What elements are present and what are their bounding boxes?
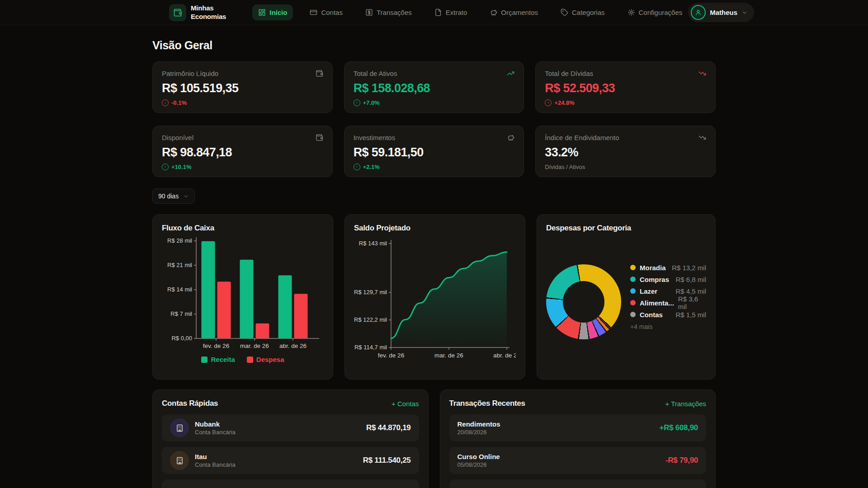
svg-text:fev. de 26: fev. de 26 <box>378 352 404 359</box>
projection-chart: R$ 114,7 mil R$ 122,2 mil R$ 129,7 mil R… <box>354 235 516 366</box>
legend-dot <box>630 288 636 294</box>
transaction-row[interactable]: Rendimentos20/08/2026 +R$ 608,90 <box>449 414 707 441</box>
app-logo[interactable]: MinhasEconomias <box>169 4 226 21</box>
svg-text:R$ 129,7 mil: R$ 129,7 mil <box>354 289 387 296</box>
account-balance: R$ 44.870,19 <box>366 423 410 432</box>
file-icon <box>434 9 442 16</box>
legend-dot <box>630 312 636 317</box>
top-navigation: MinhasEconomias Início Contas Transações… <box>0 0 868 25</box>
stat-card-investimentos: Investimentos R$ 59.181,50 ↑+2.1% <box>344 126 524 177</box>
bank-building-icon <box>170 451 189 470</box>
svg-text:R$ 7 mil: R$ 7 mil <box>170 310 192 317</box>
transactions-panel: Transações Recentes + Transações Rendime… <box>440 389 716 488</box>
legend-more: +4 mais <box>630 323 706 330</box>
svg-text:R$ 0,00: R$ 0,00 <box>171 335 192 342</box>
svg-text:mar. de 26: mar. de 26 <box>240 343 269 349</box>
legend-item: ComprasR$ 6,8 mil <box>630 273 706 285</box>
stat-value: R$ 59.181,50 <box>354 145 515 160</box>
chevron-down-icon <box>183 193 189 199</box>
stat-card-disponivel: Disponível R$ 98.847,18 ↑+10.1% <box>152 126 333 177</box>
svg-text:abr. de 26: abr. de 26 <box>279 343 307 349</box>
trend-badge: ↑+24.8% <box>545 99 706 106</box>
nav-item-contas[interactable]: Contas <box>304 5 349 20</box>
period-select[interactable]: 90 dias <box>152 188 195 204</box>
transaction-row[interactable]: Curso Online05/08/2026 -R$ 79,90 <box>449 447 707 474</box>
app-title: MinhasEconomias <box>191 4 226 21</box>
transaction-row[interactable] <box>449 479 707 488</box>
account-row[interactable]: ItauConta Bancária R$ 111.540,25 <box>162 447 419 474</box>
account-row[interactable]: NubankConta Bancária R$ 44.870,19 <box>162 414 419 441</box>
chevron-down-icon <box>741 9 748 16</box>
main-nav: Início Contas Transações Extrato Orçamen… <box>252 5 688 20</box>
user-avatar-icon <box>691 5 706 20</box>
charts-grid: Fluxo de Caixa R$ 0,00 R$ 7 mil R$ 14 mi… <box>152 214 716 380</box>
chart-title: Saldo Projetado <box>354 224 516 233</box>
wallet-icon <box>316 134 323 141</box>
nav-item-configuracoes[interactable]: Configurações <box>622 5 689 20</box>
despesa-swatch <box>247 357 253 363</box>
user-name: Matheus <box>710 9 737 16</box>
stat-card-dividas: Total de Dívidas R$ 52.509,33 ↑+24.8% <box>535 61 716 113</box>
categories-card: Despesas por Categoria MoradiaR$ 13,2 mi… <box>537 214 716 380</box>
receita-swatch <box>201 357 208 363</box>
chart-title: Despesas por Categoria <box>546 224 706 233</box>
svg-text:R$ 114,7 mil: R$ 114,7 mil <box>354 344 387 351</box>
stat-value: 33.2% <box>545 145 706 160</box>
arrow-up-circle-icon: ↑ <box>545 99 552 106</box>
add-transaction-link[interactable]: + Transações <box>665 400 706 408</box>
category-legend: MoradiaR$ 13,2 mil ComprasR$ 6,8 mil Laz… <box>630 262 706 330</box>
trending-up-icon <box>507 70 514 77</box>
user-menu[interactable]: Matheus <box>688 3 754 22</box>
tag-icon <box>561 9 568 16</box>
bank-building-icon <box>170 418 189 437</box>
wallet-icon <box>316 70 323 77</box>
projection-card: Saldo Projetado R$ 114,7 mil R$ 122,2 mi… <box>344 214 525 380</box>
legend-item: ContasR$ 1,5 mil <box>630 309 706 320</box>
trend-badge: ↑+2.1% <box>354 164 515 170</box>
stat-value: R$ 105.519,35 <box>162 81 323 95</box>
nav-item-orcamentos[interactable]: Orçamentos <box>484 5 544 20</box>
cashflow-chart: R$ 0,00 R$ 7 mil R$ 14 mil R$ 21 mil R$ … <box>162 235 324 351</box>
account-row[interactable] <box>162 479 419 488</box>
gear-icon <box>627 9 635 16</box>
stat-subtitle: Dívidas / Ativos <box>545 164 706 170</box>
nav-item-categorias[interactable]: Categorias <box>555 5 611 20</box>
trend-badge: ↑+7.0% <box>354 99 515 106</box>
legend-dot <box>630 300 636 305</box>
transaction-amount: +R$ 608,90 <box>660 423 698 432</box>
transaction-amount: -R$ 79,90 <box>665 456 698 465</box>
account-balance: R$ 111.540,25 <box>363 456 411 465</box>
legend-item: MoradiaR$ 13,2 mil <box>630 262 706 273</box>
panel-title: Transações Recentes <box>449 399 525 408</box>
dollar-square-icon <box>365 9 373 16</box>
panel-title: Contas Rápidas <box>162 399 218 408</box>
svg-text:fev. de 26: fev. de 26 <box>203 343 229 349</box>
svg-text:R$ 14 mil: R$ 14 mil <box>167 286 192 293</box>
stat-card-ativos: Total de Ativos R$ 158.028,68 ↑+7.0% <box>344 61 524 113</box>
chart-title: Fluxo de Caixa <box>162 224 324 233</box>
arrow-down-circle-icon: ↓ <box>162 99 169 106</box>
arrow-up-circle-icon: ↑ <box>162 164 169 170</box>
svg-text:R$ 143 mil: R$ 143 mil <box>359 240 387 247</box>
page-title: Visão Geral <box>152 39 716 52</box>
nav-item-transacoes[interactable]: Transações <box>359 5 418 20</box>
stat-value: R$ 158.028,68 <box>354 81 515 95</box>
bottom-grid: Contas Rápidas + Contas NubankConta Banc… <box>152 389 716 488</box>
add-account-link[interactable]: + Contas <box>392 400 419 408</box>
stat-value: R$ 98.847,18 <box>162 145 323 160</box>
piggy-bank-icon <box>507 134 514 141</box>
donut-hole <box>563 281 604 323</box>
legend-dot <box>630 265 636 270</box>
credit-card-icon <box>310 9 317 16</box>
trending-down-icon <box>698 70 706 77</box>
svg-text:abr. de 26: abr. de 26 <box>493 352 516 359</box>
stat-value: R$ 52.509,33 <box>545 81 706 95</box>
svg-text:R$ 122,2 mil: R$ 122,2 mil <box>354 316 387 323</box>
trending-down-icon <box>698 134 706 141</box>
svg-text:R$ 28 mil: R$ 28 mil <box>167 237 192 244</box>
nav-item-extrato[interactable]: Extrato <box>429 5 473 20</box>
svg-text:mar. de 26: mar. de 26 <box>434 352 463 359</box>
stat-card-endividamento: Índice de Endividamento 33.2% Dívidas / … <box>535 126 716 177</box>
stat-card-patrimonio: Patrimônio Líquido R$ 105.519,35 ↓-0.1% <box>152 61 333 113</box>
nav-item-inicio[interactable]: Início <box>252 5 293 20</box>
